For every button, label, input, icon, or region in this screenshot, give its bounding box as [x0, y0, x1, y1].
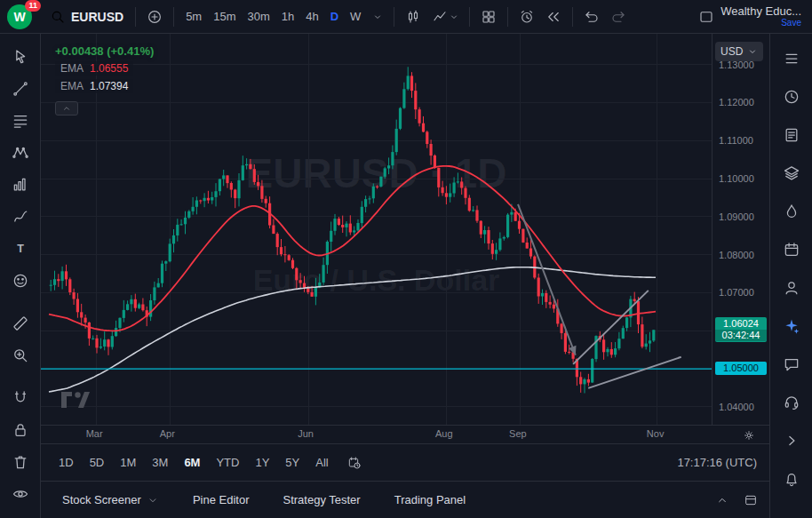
chart-style-button[interactable]	[401, 4, 426, 29]
grid-icon	[481, 9, 497, 25]
range-group: 1D5D1M3M6MYTD1Y5YAll	[52, 452, 336, 473]
create-alert-button[interactable]	[514, 4, 539, 29]
notifications-rail-button[interactable]	[777, 465, 806, 493]
panel-collapse-button[interactable]	[712, 490, 732, 510]
prediction-icon	[12, 176, 29, 194]
price-axis-label: 1.04000	[719, 402, 754, 412]
chat-rail-button[interactable]	[777, 350, 806, 379]
chart-settings-button[interactable]	[739, 426, 759, 445]
news-rail-button[interactable]	[777, 121, 806, 149]
ai-rail-button[interactable]	[777, 312, 806, 340]
cursor-tool[interactable]	[5, 42, 36, 72]
timeframe-30m[interactable]: 30m	[242, 6, 275, 27]
xabcd-tool[interactable]	[5, 138, 36, 168]
support-level-badge: 1.05000	[715, 362, 767, 375]
time-axis-label: Apr	[160, 428, 175, 439]
time-axis-label: Jun	[298, 428, 314, 439]
panel-tab-stock-screener[interactable]: Stock Screener	[62, 493, 159, 506]
chart-legend: +0.00438 (+0.41%) EMA 1.06555 EMA 1.0739…	[55, 44, 154, 116]
currency-dropdown[interactable]: USD	[715, 42, 763, 61]
calendar-rail-button[interactable]	[777, 235, 806, 264]
panel-tab-strategy-tester[interactable]: Strategy Tester	[283, 493, 360, 506]
trend-line-tool[interactable]	[5, 74, 36, 104]
tradingview-logo[interactable]	[60, 391, 91, 412]
save-layout-button[interactable]	[694, 4, 719, 29]
zoom-icon	[12, 347, 29, 364]
emoji-tool[interactable]	[5, 266, 36, 296]
bar-replay-button[interactable]	[541, 4, 566, 29]
brush-tool[interactable]	[5, 202, 36, 232]
range-5Y[interactable]: 5Y	[278, 452, 306, 473]
notification-badge: 11	[25, 0, 41, 12]
range-1Y[interactable]: 1Y	[248, 452, 276, 473]
user-avatar[interactable]: W 11	[7, 3, 39, 31]
ema-fast-row[interactable]: EMA 1.06555	[55, 61, 133, 76]
svg-text:T: T	[17, 243, 24, 255]
timeframe-15m[interactable]: 15m	[208, 6, 241, 27]
eye-tool[interactable]	[5, 479, 36, 509]
prediction-tool[interactable]	[5, 170, 36, 200]
layers-rail-button[interactable]	[777, 159, 806, 187]
price-axis[interactable]: 1.06024 03:42:44 1.05000 1.040001.050001…	[712, 34, 769, 425]
layers-icon	[783, 164, 800, 182]
save-button[interactable]: Save	[781, 18, 801, 28]
range-1M[interactable]: 1M	[113, 452, 143, 473]
replay-icon	[545, 9, 561, 25]
legend-collapse-button[interactable]	[55, 101, 78, 116]
time-axis-label: Mar	[86, 428, 103, 439]
timeframe-1h[interactable]: 1h	[276, 6, 299, 27]
range-5D[interactable]: 5D	[83, 452, 112, 473]
xabcd-icon	[12, 144, 29, 162]
range-6M[interactable]: 6M	[177, 452, 207, 473]
range-All[interactable]: All	[308, 452, 335, 473]
range-toolbar: 1D5D1M3M6MYTD1Y5YAll 17:17:16 (UTC)	[41, 443, 769, 481]
measure-icon	[12, 315, 29, 332]
layout-name[interactable]: Wealthy Educ...	[720, 4, 801, 19]
panel-tab-pine-editor[interactable]: Pine Editor	[193, 493, 250, 506]
zoom-tool[interactable]	[5, 340, 36, 371]
range-3M[interactable]: 3M	[145, 452, 175, 473]
undo-icon	[584, 9, 600, 25]
price-axis-label: 1.10000	[719, 173, 754, 184]
left-toolbar: T	[0, 34, 41, 518]
hotlists-rail-button[interactable]	[777, 197, 806, 226]
range-1D[interactable]: 1D	[52, 452, 81, 473]
watchlist-icon	[783, 50, 800, 68]
timeframe-4h[interactable]: 4h	[300, 6, 323, 27]
timeframe-D[interactable]: D	[325, 6, 344, 27]
price-change-label: +0.00438 (+0.41%)	[55, 44, 154, 58]
ema-fast-value: 1.06555	[90, 62, 128, 75]
timeframe-W[interactable]: W	[345, 6, 366, 27]
publish-rail-button[interactable]	[777, 426, 806, 455]
indicators-button[interactable]	[427, 4, 463, 29]
text-tool[interactable]: T	[5, 234, 36, 264]
watchlist-rail-button[interactable]	[777, 44, 806, 73]
lock-tool[interactable]	[5, 415, 36, 445]
eraser-tool[interactable]	[5, 447, 36, 477]
measure-tool[interactable]	[5, 308, 36, 339]
help-rail-button[interactable]	[777, 388, 806, 417]
symbol-search-button[interactable]: EURUSD	[44, 5, 129, 28]
goto-date-button[interactable]	[345, 453, 364, 473]
panel-expand-button[interactable]	[741, 490, 760, 510]
chart-column: EURUSD · 1D Euro / U.S. Dollar +0.00438 …	[41, 34, 769, 518]
timeframe-menu-button[interactable]	[368, 7, 387, 27]
layout-name-stack: Wealthy Educ... Save	[720, 4, 805, 29]
ideas-rail-button[interactable]	[777, 274, 806, 302]
fib-icon	[12, 112, 29, 130]
time-axis[interactable]: MarAprJunAugSepNov	[41, 425, 769, 443]
panel-tab-trading-panel[interactable]: Trading Panel	[394, 493, 466, 506]
add-symbol-button[interactable]	[142, 4, 167, 29]
chart-region: EURUSD · 1D Euro / U.S. Dollar +0.00438 …	[41, 34, 769, 425]
fib-tool[interactable]	[5, 106, 36, 136]
range-YTD[interactable]: YTD	[209, 452, 246, 473]
utc-clock[interactable]: 17:17:16 (UTC)	[677, 456, 759, 469]
layout-grid-button[interactable]	[476, 4, 501, 29]
magnet-tool[interactable]	[5, 383, 36, 413]
redo-button[interactable]	[606, 4, 631, 29]
ema-slow-row[interactable]: EMA 1.07394	[55, 79, 133, 93]
timeframe-5m[interactable]: 5m	[180, 6, 207, 27]
alerts-rail-button[interactable]	[777, 83, 806, 111]
news-icon	[783, 126, 800, 144]
undo-button[interactable]	[579, 4, 604, 29]
